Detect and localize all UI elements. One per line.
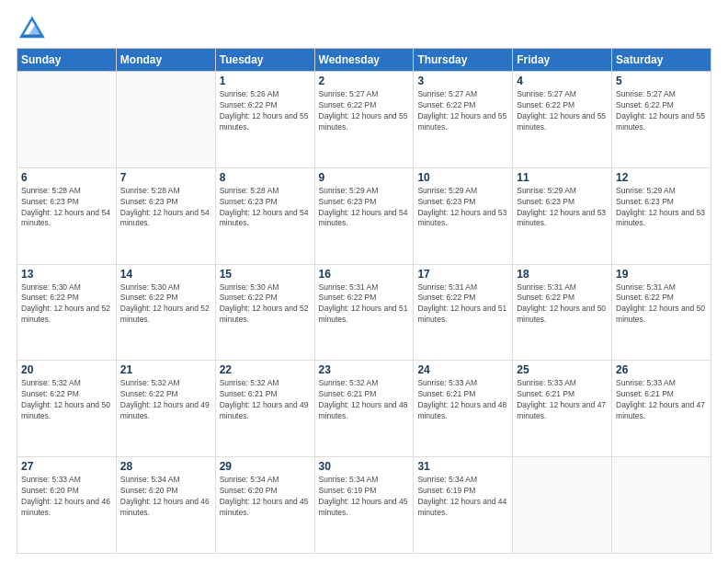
day-number: 31 (417, 460, 508, 473)
week-row-2: 6Sunrise: 5:28 AM Sunset: 6:23 PM Daylig… (17, 167, 711, 264)
day-number: 3 (417, 75, 508, 87)
calendar-cell: 10Sunrise: 5:29 AM Sunset: 6:23 PM Dayli… (414, 167, 513, 264)
day-number: 20 (21, 363, 112, 376)
day-info: Sunrise: 5:28 AM Sunset: 6:23 PM Dayligh… (21, 186, 112, 230)
day-number: 2 (319, 75, 410, 87)
day-info: Sunrise: 5:32 AM Sunset: 6:22 PM Dayligh… (21, 378, 112, 422)
week-row-3: 13Sunrise: 5:30 AM Sunset: 6:22 PM Dayli… (17, 264, 711, 361)
calendar-cell (17, 72, 117, 168)
week-row-4: 20Sunrise: 5:32 AM Sunset: 6:22 PM Dayli… (17, 361, 711, 457)
calendar-cell (513, 457, 612, 554)
page: SundayMondayTuesdayWednesdayThursdayFrid… (0, 0, 728, 563)
day-info: Sunrise: 5:32 AM Sunset: 6:22 PM Dayligh… (120, 378, 211, 422)
day-number: 30 (319, 460, 410, 473)
day-info: Sunrise: 5:33 AM Sunset: 6:21 PM Dayligh… (417, 378, 508, 422)
day-number: 8 (220, 171, 311, 184)
calendar-cell: 5Sunrise: 5:27 AM Sunset: 6:22 PM Daylig… (612, 72, 711, 168)
calendar-cell: 18Sunrise: 5:31 AM Sunset: 6:22 PM Dayli… (513, 264, 612, 361)
calendar-cell: 6Sunrise: 5:28 AM Sunset: 6:23 PM Daylig… (17, 167, 117, 264)
calendar: SundayMondayTuesdayWednesdayThursdayFrid… (17, 48, 711, 554)
day-number: 15 (220, 268, 311, 281)
weekday-header-monday: Monday (116, 49, 215, 72)
day-info: Sunrise: 5:34 AM Sunset: 6:20 PM Dayligh… (220, 475, 311, 519)
logo (17, 15, 50, 40)
calendar-cell: 22Sunrise: 5:32 AM Sunset: 6:21 PM Dayli… (215, 361, 314, 457)
day-number: 19 (616, 268, 707, 281)
calendar-cell: 27Sunrise: 5:33 AM Sunset: 6:20 PM Dayli… (17, 457, 117, 554)
day-number: 4 (517, 75, 608, 87)
week-row-1: 1Sunrise: 5:26 AM Sunset: 6:22 PM Daylig… (17, 72, 711, 168)
calendar-cell (116, 72, 215, 168)
calendar-cell: 11Sunrise: 5:29 AM Sunset: 6:23 PM Dayli… (513, 167, 612, 264)
day-info: Sunrise: 5:31 AM Sunset: 6:22 PM Dayligh… (616, 282, 707, 327)
day-info: Sunrise: 5:30 AM Sunset: 6:22 PM Dayligh… (120, 282, 211, 327)
day-info: Sunrise: 5:33 AM Sunset: 6:21 PM Dayligh… (517, 378, 608, 422)
calendar-cell: 20Sunrise: 5:32 AM Sunset: 6:22 PM Dayli… (17, 361, 117, 457)
day-info: Sunrise: 5:29 AM Sunset: 6:23 PM Dayligh… (417, 186, 508, 230)
day-number: 28 (120, 460, 211, 473)
calendar-cell: 17Sunrise: 5:31 AM Sunset: 6:22 PM Dayli… (414, 264, 513, 361)
day-info: Sunrise: 5:27 AM Sunset: 6:22 PM Dayligh… (319, 89, 410, 133)
day-info: Sunrise: 5:26 AM Sunset: 6:22 PM Dayligh… (220, 89, 311, 133)
day-number: 26 (616, 363, 707, 376)
day-number: 14 (120, 268, 211, 281)
weekday-header-thursday: Thursday (414, 49, 513, 72)
day-number: 24 (417, 363, 508, 376)
svg-rect-2 (21, 35, 41, 38)
day-number: 5 (616, 75, 707, 87)
day-info: Sunrise: 5:28 AM Sunset: 6:23 PM Dayligh… (120, 186, 211, 230)
day-info: Sunrise: 5:28 AM Sunset: 6:23 PM Dayligh… (220, 186, 311, 230)
day-info: Sunrise: 5:34 AM Sunset: 6:20 PM Dayligh… (120, 475, 211, 519)
calendar-cell: 4Sunrise: 5:27 AM Sunset: 6:22 PM Daylig… (513, 72, 612, 168)
day-info: Sunrise: 5:30 AM Sunset: 6:22 PM Dayligh… (21, 282, 112, 327)
day-info: Sunrise: 5:32 AM Sunset: 6:21 PM Dayligh… (319, 378, 410, 422)
day-info: Sunrise: 5:32 AM Sunset: 6:21 PM Dayligh… (220, 378, 311, 422)
day-number: 25 (517, 363, 608, 376)
day-number: 21 (120, 363, 211, 376)
day-number: 9 (319, 171, 410, 184)
day-number: 13 (21, 268, 112, 281)
day-info: Sunrise: 5:31 AM Sunset: 6:22 PM Dayligh… (517, 282, 608, 327)
day-info: Sunrise: 5:31 AM Sunset: 6:22 PM Dayligh… (319, 282, 410, 327)
day-number: 7 (120, 171, 211, 184)
day-number: 6 (21, 171, 112, 184)
day-number: 11 (517, 171, 608, 184)
calendar-cell: 16Sunrise: 5:31 AM Sunset: 6:22 PM Dayli… (314, 264, 414, 361)
calendar-cell (612, 457, 711, 554)
calendar-cell: 8Sunrise: 5:28 AM Sunset: 6:23 PM Daylig… (215, 167, 314, 264)
day-info: Sunrise: 5:34 AM Sunset: 6:19 PM Dayligh… (319, 475, 410, 519)
calendar-cell: 23Sunrise: 5:32 AM Sunset: 6:21 PM Dayli… (314, 361, 414, 457)
day-info: Sunrise: 5:27 AM Sunset: 6:22 PM Dayligh… (616, 89, 707, 133)
day-number: 1 (220, 75, 311, 87)
day-number: 29 (220, 460, 311, 473)
day-number: 10 (417, 171, 508, 184)
calendar-cell: 15Sunrise: 5:30 AM Sunset: 6:22 PM Dayli… (215, 264, 314, 361)
weekday-header-saturday: Saturday (612, 49, 711, 72)
calendar-cell: 21Sunrise: 5:32 AM Sunset: 6:22 PM Dayli… (116, 361, 215, 457)
day-number: 23 (319, 363, 410, 376)
logo-icon (17, 15, 46, 40)
weekday-header-tuesday: Tuesday (215, 49, 314, 72)
calendar-cell: 2Sunrise: 5:27 AM Sunset: 6:22 PM Daylig… (314, 72, 414, 168)
calendar-cell: 25Sunrise: 5:33 AM Sunset: 6:21 PM Dayli… (513, 361, 612, 457)
day-number: 12 (616, 171, 707, 184)
calendar-cell: 24Sunrise: 5:33 AM Sunset: 6:21 PM Dayli… (414, 361, 513, 457)
day-info: Sunrise: 5:29 AM Sunset: 6:23 PM Dayligh… (517, 186, 608, 230)
calendar-cell: 28Sunrise: 5:34 AM Sunset: 6:20 PM Dayli… (116, 457, 215, 554)
day-info: Sunrise: 5:29 AM Sunset: 6:23 PM Dayligh… (319, 186, 410, 230)
day-number: 17 (417, 268, 508, 281)
day-info: Sunrise: 5:29 AM Sunset: 6:23 PM Dayligh… (616, 186, 707, 230)
calendar-cell: 19Sunrise: 5:31 AM Sunset: 6:22 PM Dayli… (612, 264, 711, 361)
calendar-cell: 31Sunrise: 5:34 AM Sunset: 6:19 PM Dayli… (414, 457, 513, 554)
calendar-cell: 7Sunrise: 5:28 AM Sunset: 6:23 PM Daylig… (116, 167, 215, 264)
calendar-cell: 13Sunrise: 5:30 AM Sunset: 6:22 PM Dayli… (17, 264, 117, 361)
day-info: Sunrise: 5:27 AM Sunset: 6:22 PM Dayligh… (517, 89, 608, 133)
day-info: Sunrise: 5:27 AM Sunset: 6:22 PM Dayligh… (417, 89, 508, 133)
calendar-cell: 12Sunrise: 5:29 AM Sunset: 6:23 PM Dayli… (612, 167, 711, 264)
weekday-header-row: SundayMondayTuesdayWednesdayThursdayFrid… (17, 49, 711, 72)
day-info: Sunrise: 5:33 AM Sunset: 6:20 PM Dayligh… (21, 475, 112, 519)
calendar-cell: 9Sunrise: 5:29 AM Sunset: 6:23 PM Daylig… (314, 167, 414, 264)
calendar-cell: 29Sunrise: 5:34 AM Sunset: 6:20 PM Dayli… (215, 457, 314, 554)
week-row-5: 27Sunrise: 5:33 AM Sunset: 6:20 PM Dayli… (17, 457, 711, 554)
calendar-cell: 3Sunrise: 5:27 AM Sunset: 6:22 PM Daylig… (414, 72, 513, 168)
